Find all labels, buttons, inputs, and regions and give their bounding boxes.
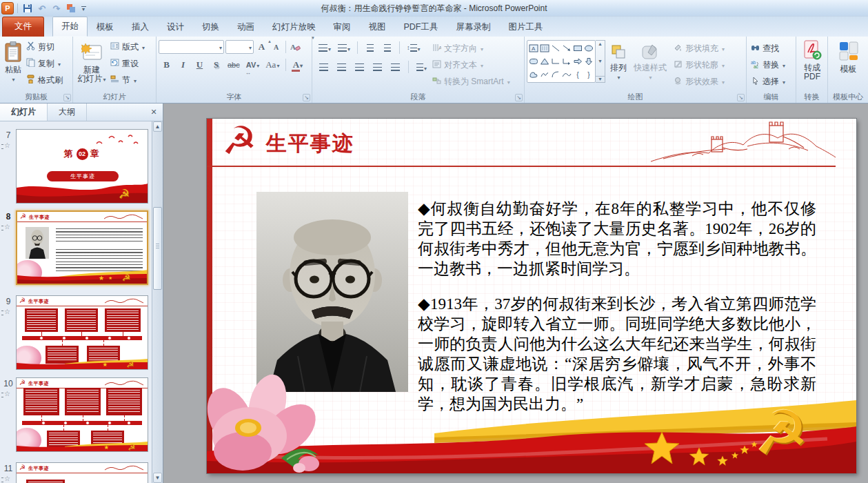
grow-font-button[interactable]: A — [255, 40, 268, 54]
character-spacing-button[interactable]: AV — [245, 58, 261, 72]
shape-outline-dropdown-icon[interactable] — [721, 60, 725, 70]
section-dropdown-icon[interactable] — [133, 75, 137, 85]
powerpoint-app-icon[interactable]: P — [1, 2, 14, 14]
shapes-grid[interactable]: A — [527, 40, 596, 83]
bold-button[interactable]: B — [160, 58, 173, 72]
shape-triangle-icon[interactable] — [540, 57, 549, 66]
addin-tile-icon[interactable] — [65, 2, 77, 14]
shape-textbox-icon[interactable]: A — [529, 43, 538, 52]
slide-thumbnail-9[interactable]: 9 生平事迹 — [0, 295, 152, 371]
slide-body-text[interactable]: ◆何叔衡自幼勤奋好学，在8年的私整学习中，他不仅修完了四书五经，还饱读了大量历史… — [418, 199, 816, 414]
animation-star-icon[interactable] — [4, 390, 10, 397]
slide-thumbnail-8[interactable]: 8 生平事迹 — [0, 210, 152, 288]
align-center-button[interactable] — [335, 60, 348, 74]
paragraph-2[interactable]: ◆1913年，37岁的何叔街来到长沙，考入省立第四师范学校学习，旋即转入省立一师… — [418, 294, 816, 414]
shape-line-icon[interactable] — [551, 43, 561, 52]
align-left-button[interactable] — [317, 60, 330, 74]
clear-formatting-button[interactable]: A — [289, 40, 302, 54]
tab-file[interactable]: 文件 — [2, 17, 44, 37]
shape-fill-button[interactable]: 形状填充 — [672, 41, 727, 56]
undo-icon[interactable]: ↶ — [36, 2, 48, 14]
paste-button[interactable]: 粘贴 — [2, 38, 24, 92]
shape-rounded-rect-icon[interactable] — [529, 57, 538, 66]
new-slide-dropdown-icon[interactable] — [102, 74, 105, 83]
text-shadow-button[interactable]: S — [210, 58, 223, 72]
tab-home[interactable]: 开始 — [52, 17, 88, 37]
shapes-scroll-up-icon[interactable]: ▲ — [598, 41, 603, 46]
select-dropdown-icon[interactable] — [782, 77, 785, 86]
clipboard-dialog-launcher[interactable] — [63, 94, 71, 101]
tab-slideshow[interactable]: 幻灯片放映 — [263, 17, 325, 37]
replace-dropdown-icon[interactable] — [782, 60, 785, 70]
panel-tab-slides[interactable]: 幻灯片 — [0, 103, 48, 121]
shape-arrow-icon[interactable] — [562, 43, 572, 52]
shape-right-arrow-icon[interactable] — [573, 57, 583, 66]
shape-freeform-icon[interactable] — [529, 70, 538, 79]
format-painter-button[interactable]: 格式刷 — [24, 72, 65, 88]
scroll-down-icon[interactable]: ▼ — [153, 473, 162, 483]
section-button[interactable]: 节 — [108, 72, 147, 88]
font-color-button[interactable]: A — [291, 58, 304, 72]
qat-customize-icon[interactable] — [79, 2, 88, 14]
bullets-dropdown-icon[interactable] — [327, 43, 331, 53]
tab-picture-tools[interactable]: 图片工具 — [500, 17, 552, 37]
new-slide-button[interactable]: 新建 幻灯片 — [75, 38, 108, 92]
copy-dropdown-icon[interactable] — [57, 59, 61, 68]
tab-transitions[interactable]: 切换 — [193, 17, 228, 37]
strikethrough-button[interactable]: abc — [226, 58, 241, 72]
find-button[interactable]: 查找 — [749, 41, 794, 56]
select-button[interactable]: 选择 — [749, 74, 794, 89]
copy-button[interactable]: 复制 — [24, 56, 65, 71]
tab-template[interactable]: 模板 — [88, 17, 123, 37]
align-text-button[interactable]: 对齐文本 — [430, 57, 512, 72]
paragraph-1[interactable]: ◆何叔衡自幼勤奋好学，在8年的私整学习中，他不仅修完了四书五经，还饱读了大量历史… — [418, 199, 816, 279]
shape-left-brace-icon[interactable]: { — [573, 70, 583, 79]
scrollbar-thumb[interactable] — [153, 207, 162, 290]
template-button[interactable]: 模板 — [830, 38, 867, 74]
numbering-button[interactable] — [336, 41, 352, 55]
shape-fill-dropdown-icon[interactable] — [721, 43, 725, 53]
text-direction-button[interactable]: A 文字方向 — [430, 41, 512, 56]
shape-arc-icon[interactable] — [551, 70, 561, 79]
tab-design[interactable]: 设计 — [158, 17, 193, 37]
font-color-dropdown-icon[interactable] — [299, 59, 303, 70]
font-size-combo[interactable] — [225, 40, 254, 54]
animation-star-icon[interactable] — [4, 223, 10, 230]
justify-button[interactable] — [371, 60, 384, 74]
portrait-photo[interactable] — [256, 192, 408, 392]
shape-right-brace-icon[interactable]: } — [584, 70, 594, 79]
font-name-dropdown-icon[interactable] — [219, 42, 222, 52]
slide-thumbnail-11[interactable]: 11 生平事迹 — [0, 462, 152, 483]
decrease-indent-button[interactable] — [363, 41, 376, 55]
underline-button[interactable]: U — [193, 58, 206, 72]
shape-curve-icon[interactable] — [562, 70, 572, 79]
columns-button[interactable] — [415, 60, 428, 74]
line-spacing-button[interactable]: ↕ — [405, 41, 422, 55]
font-dialog-launcher[interactable] — [303, 94, 310, 101]
spacing-dropdown-icon[interactable] — [256, 61, 259, 69]
numbering-dropdown-icon[interactable] — [347, 43, 350, 53]
shape-vertical-textbox-icon[interactable] — [540, 43, 549, 52]
layout-dropdown-icon[interactable] — [141, 42, 145, 52]
tab-screen-record[interactable]: 屏幕录制 — [447, 17, 500, 37]
shape-elbow-icon[interactable] — [551, 57, 561, 66]
slide-title[interactable]: 生平事迹 — [266, 130, 354, 158]
tab-insert[interactable]: 插入 — [123, 17, 158, 37]
panel-scrollbar[interactable]: ▲ ▼ — [152, 121, 163, 483]
increase-indent-button[interactable] — [381, 41, 394, 55]
align-right-button[interactable] — [353, 60, 366, 74]
case-dropdown-icon[interactable] — [276, 59, 279, 70]
arrange-dropdown-icon[interactable] — [616, 72, 620, 82]
distribute-button[interactable] — [389, 60, 402, 74]
shapes-gallery-more-icon[interactable]: ▼ — [596, 76, 605, 81]
shape-effects-dropdown-icon[interactable] — [721, 77, 725, 86]
shape-outline-button[interactable]: 形状轮廓 — [672, 57, 727, 72]
animation-star-icon[interactable] — [4, 475, 10, 482]
panel-close-icon[interactable] — [145, 103, 163, 121]
reset-button[interactable]: 重设 — [108, 56, 147, 71]
panel-tab-outline[interactable]: 大纲 — [48, 103, 87, 121]
shape-elbow-arrow-icon[interactable] — [562, 57, 572, 66]
animation-star-icon[interactable] — [4, 141, 10, 149]
smartart-dropdown-icon[interactable] — [507, 77, 510, 86]
slide-canvas[interactable]: 生平事迹 — [207, 119, 856, 473]
